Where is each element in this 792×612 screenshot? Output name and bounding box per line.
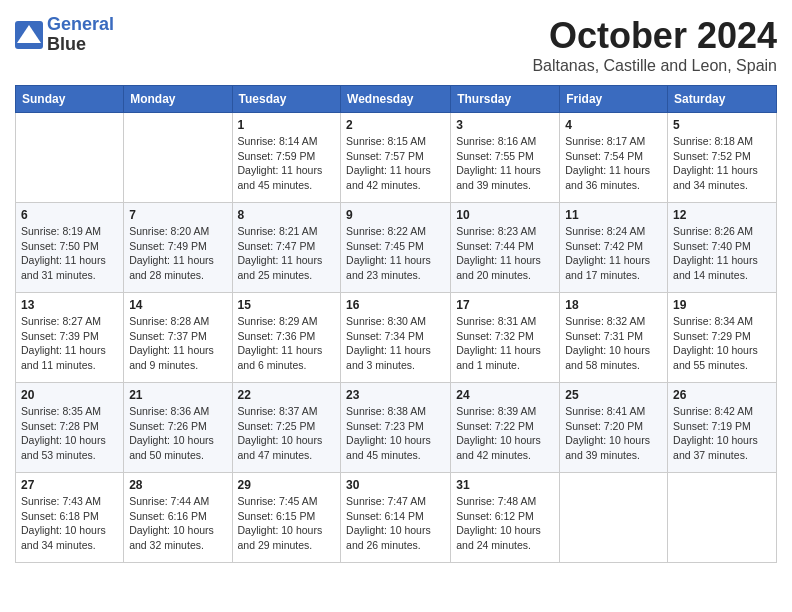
calendar-cell: 7Sunrise: 8:20 AM Sunset: 7:49 PM Daylig… (124, 203, 232, 293)
calendar-cell: 30Sunrise: 7:47 AM Sunset: 6:14 PM Dayli… (341, 473, 451, 563)
weekday-header-wednesday: Wednesday (341, 86, 451, 113)
calendar-cell: 29Sunrise: 7:45 AM Sunset: 6:15 PM Dayli… (232, 473, 341, 563)
day-info: Sunrise: 8:16 AM Sunset: 7:55 PM Dayligh… (456, 134, 554, 193)
title-block: October 2024 Baltanas, Castille and Leon… (532, 15, 777, 75)
day-number: 21 (129, 388, 226, 402)
calendar-cell: 14Sunrise: 8:28 AM Sunset: 7:37 PM Dayli… (124, 293, 232, 383)
day-info: Sunrise: 8:35 AM Sunset: 7:28 PM Dayligh… (21, 404, 118, 463)
logo-text: General Blue (47, 15, 114, 55)
week-row-2: 6Sunrise: 8:19 AM Sunset: 7:50 PM Daylig… (16, 203, 777, 293)
calendar-cell: 18Sunrise: 8:32 AM Sunset: 7:31 PM Dayli… (560, 293, 668, 383)
calendar-cell: 10Sunrise: 8:23 AM Sunset: 7:44 PM Dayli… (451, 203, 560, 293)
calendar-cell: 23Sunrise: 8:38 AM Sunset: 7:23 PM Dayli… (341, 383, 451, 473)
calendar-cell (16, 113, 124, 203)
calendar-cell: 15Sunrise: 8:29 AM Sunset: 7:36 PM Dayli… (232, 293, 341, 383)
day-info: Sunrise: 8:36 AM Sunset: 7:26 PM Dayligh… (129, 404, 226, 463)
calendar-cell: 27Sunrise: 7:43 AM Sunset: 6:18 PM Dayli… (16, 473, 124, 563)
calendar-cell: 11Sunrise: 8:24 AM Sunset: 7:42 PM Dayli… (560, 203, 668, 293)
day-info: Sunrise: 7:48 AM Sunset: 6:12 PM Dayligh… (456, 494, 554, 553)
calendar-cell: 8Sunrise: 8:21 AM Sunset: 7:47 PM Daylig… (232, 203, 341, 293)
calendar-table: SundayMondayTuesdayWednesdayThursdayFrid… (15, 85, 777, 563)
day-info: Sunrise: 8:41 AM Sunset: 7:20 PM Dayligh… (565, 404, 662, 463)
day-info: Sunrise: 8:39 AM Sunset: 7:22 PM Dayligh… (456, 404, 554, 463)
day-number: 18 (565, 298, 662, 312)
day-info: Sunrise: 7:43 AM Sunset: 6:18 PM Dayligh… (21, 494, 118, 553)
calendar-cell: 9Sunrise: 8:22 AM Sunset: 7:45 PM Daylig… (341, 203, 451, 293)
day-number: 2 (346, 118, 445, 132)
day-info: Sunrise: 8:19 AM Sunset: 7:50 PM Dayligh… (21, 224, 118, 283)
weekday-header-saturday: Saturday (668, 86, 777, 113)
weekday-header-sunday: Sunday (16, 86, 124, 113)
calendar-cell: 21Sunrise: 8:36 AM Sunset: 7:26 PM Dayli… (124, 383, 232, 473)
logo: General Blue (15, 15, 114, 55)
day-info: Sunrise: 8:14 AM Sunset: 7:59 PM Dayligh… (238, 134, 336, 193)
weekday-header-friday: Friday (560, 86, 668, 113)
calendar-cell: 5Sunrise: 8:18 AM Sunset: 7:52 PM Daylig… (668, 113, 777, 203)
day-number: 11 (565, 208, 662, 222)
week-row-4: 20Sunrise: 8:35 AM Sunset: 7:28 PM Dayli… (16, 383, 777, 473)
calendar-cell: 26Sunrise: 8:42 AM Sunset: 7:19 PM Dayli… (668, 383, 777, 473)
day-info: Sunrise: 8:26 AM Sunset: 7:40 PM Dayligh… (673, 224, 771, 283)
calendar-cell: 19Sunrise: 8:34 AM Sunset: 7:29 PM Dayli… (668, 293, 777, 383)
calendar-cell (560, 473, 668, 563)
day-number: 28 (129, 478, 226, 492)
day-info: Sunrise: 8:37 AM Sunset: 7:25 PM Dayligh… (238, 404, 336, 463)
week-row-5: 27Sunrise: 7:43 AM Sunset: 6:18 PM Dayli… (16, 473, 777, 563)
day-number: 8 (238, 208, 336, 222)
day-info: Sunrise: 7:47 AM Sunset: 6:14 PM Dayligh… (346, 494, 445, 553)
day-number: 3 (456, 118, 554, 132)
day-number: 1 (238, 118, 336, 132)
week-row-3: 13Sunrise: 8:27 AM Sunset: 7:39 PM Dayli… (16, 293, 777, 383)
weekday-header-row: SundayMondayTuesdayWednesdayThursdayFrid… (16, 86, 777, 113)
day-info: Sunrise: 8:23 AM Sunset: 7:44 PM Dayligh… (456, 224, 554, 283)
header: General Blue October 2024 Baltanas, Cast… (15, 15, 777, 75)
day-number: 12 (673, 208, 771, 222)
day-info: Sunrise: 8:21 AM Sunset: 7:47 PM Dayligh… (238, 224, 336, 283)
day-info: Sunrise: 8:29 AM Sunset: 7:36 PM Dayligh… (238, 314, 336, 373)
weekday-header-tuesday: Tuesday (232, 86, 341, 113)
day-number: 20 (21, 388, 118, 402)
calendar-cell: 31Sunrise: 7:48 AM Sunset: 6:12 PM Dayli… (451, 473, 560, 563)
calendar-cell: 20Sunrise: 8:35 AM Sunset: 7:28 PM Dayli… (16, 383, 124, 473)
calendar-cell: 2Sunrise: 8:15 AM Sunset: 7:57 PM Daylig… (341, 113, 451, 203)
day-info: Sunrise: 8:31 AM Sunset: 7:32 PM Dayligh… (456, 314, 554, 373)
day-info: Sunrise: 8:18 AM Sunset: 7:52 PM Dayligh… (673, 134, 771, 193)
day-info: Sunrise: 8:30 AM Sunset: 7:34 PM Dayligh… (346, 314, 445, 373)
day-number: 16 (346, 298, 445, 312)
day-info: Sunrise: 8:34 AM Sunset: 7:29 PM Dayligh… (673, 314, 771, 373)
calendar-cell (668, 473, 777, 563)
weekday-header-monday: Monday (124, 86, 232, 113)
logo-icon (15, 21, 43, 49)
day-number: 29 (238, 478, 336, 492)
day-number: 9 (346, 208, 445, 222)
calendar-cell: 3Sunrise: 8:16 AM Sunset: 7:55 PM Daylig… (451, 113, 560, 203)
day-number: 30 (346, 478, 445, 492)
day-number: 13 (21, 298, 118, 312)
day-info: Sunrise: 8:28 AM Sunset: 7:37 PM Dayligh… (129, 314, 226, 373)
day-number: 15 (238, 298, 336, 312)
day-info: Sunrise: 8:42 AM Sunset: 7:19 PM Dayligh… (673, 404, 771, 463)
day-info: Sunrise: 7:44 AM Sunset: 6:16 PM Dayligh… (129, 494, 226, 553)
day-number: 24 (456, 388, 554, 402)
weekday-header-thursday: Thursday (451, 86, 560, 113)
day-number: 26 (673, 388, 771, 402)
day-info: Sunrise: 8:38 AM Sunset: 7:23 PM Dayligh… (346, 404, 445, 463)
day-info: Sunrise: 8:24 AM Sunset: 7:42 PM Dayligh… (565, 224, 662, 283)
day-number: 27 (21, 478, 118, 492)
day-number: 31 (456, 478, 554, 492)
calendar-cell (124, 113, 232, 203)
day-info: Sunrise: 8:17 AM Sunset: 7:54 PM Dayligh… (565, 134, 662, 193)
day-number: 25 (565, 388, 662, 402)
month-title: October 2024 (532, 15, 777, 57)
location-title: Baltanas, Castille and Leon, Spain (532, 57, 777, 75)
calendar-cell: 1Sunrise: 8:14 AM Sunset: 7:59 PM Daylig… (232, 113, 341, 203)
calendar-cell: 6Sunrise: 8:19 AM Sunset: 7:50 PM Daylig… (16, 203, 124, 293)
day-number: 19 (673, 298, 771, 312)
day-number: 23 (346, 388, 445, 402)
day-number: 5 (673, 118, 771, 132)
day-number: 10 (456, 208, 554, 222)
day-info: Sunrise: 8:20 AM Sunset: 7:49 PM Dayligh… (129, 224, 226, 283)
day-number: 4 (565, 118, 662, 132)
day-info: Sunrise: 8:27 AM Sunset: 7:39 PM Dayligh… (21, 314, 118, 373)
calendar-cell: 28Sunrise: 7:44 AM Sunset: 6:16 PM Dayli… (124, 473, 232, 563)
